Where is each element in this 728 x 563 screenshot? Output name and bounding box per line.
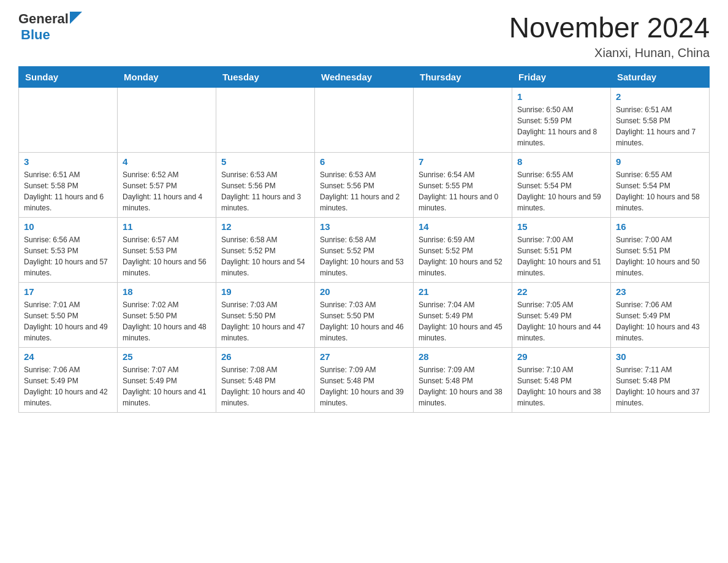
day-cell: 14Sunrise: 6:59 AM Sunset: 5:52 PM Dayli… — [414, 217, 512, 282]
day-cell — [216, 87, 315, 152]
day-cell: 11Sunrise: 6:57 AM Sunset: 5:53 PM Dayli… — [118, 217, 216, 282]
day-info: Sunrise: 6:59 AM Sunset: 5:52 PM Dayligh… — [419, 236, 502, 277]
day-number: 6 — [320, 156, 408, 167]
day-cell: 28Sunrise: 7:09 AM Sunset: 5:48 PM Dayli… — [414, 347, 512, 412]
day-cell: 20Sunrise: 7:03 AM Sunset: 5:50 PM Dayli… — [315, 282, 414, 347]
day-info: Sunrise: 6:53 AM Sunset: 5:56 PM Dayligh… — [320, 170, 400, 212]
day-number: 25 — [123, 351, 211, 362]
day-number: 18 — [123, 286, 211, 297]
day-number: 26 — [221, 351, 309, 362]
day-cell: 19Sunrise: 7:03 AM Sunset: 5:50 PM Dayli… — [216, 282, 315, 347]
week-row-1: 1Sunrise: 6:50 AM Sunset: 5:59 PM Daylig… — [19, 87, 710, 152]
day-cell: 8Sunrise: 6:55 AM Sunset: 5:54 PM Daylig… — [512, 152, 611, 217]
weekday-saturday: Saturday — [611, 66, 710, 87]
day-number: 15 — [517, 221, 605, 232]
day-number: 19 — [221, 286, 309, 297]
day-cell: 22Sunrise: 7:05 AM Sunset: 5:49 PM Dayli… — [512, 282, 611, 347]
day-info: Sunrise: 7:00 AM Sunset: 5:51 PM Dayligh… — [517, 236, 601, 277]
day-cell: 12Sunrise: 6:58 AM Sunset: 5:52 PM Dayli… — [216, 217, 315, 282]
day-number: 17 — [24, 286, 112, 297]
day-number: 3 — [24, 156, 112, 167]
day-number: 11 — [123, 221, 211, 232]
day-cell: 4Sunrise: 6:52 AM Sunset: 5:57 PM Daylig… — [118, 152, 216, 217]
weekday-header-row: SundayMondayTuesdayWednesdayThursdayFrid… — [19, 66, 710, 87]
day-number: 5 — [221, 156, 309, 167]
day-info: Sunrise: 7:11 AM Sunset: 5:48 PM Dayligh… — [616, 366, 700, 407]
day-info: Sunrise: 6:58 AM Sunset: 5:52 PM Dayligh… — [320, 236, 404, 277]
calendar-header: SundayMondayTuesdayWednesdayThursdayFrid… — [19, 66, 710, 87]
day-number: 13 — [320, 221, 408, 232]
logo: General Blue — [18, 12, 82, 43]
day-cell: 26Sunrise: 7:08 AM Sunset: 5:48 PM Dayli… — [216, 347, 315, 412]
day-number: 20 — [320, 286, 408, 297]
day-info: Sunrise: 6:55 AM Sunset: 5:54 PM Dayligh… — [616, 170, 700, 212]
weekday-wednesday: Wednesday — [315, 66, 414, 87]
day-cell: 17Sunrise: 7:01 AM Sunset: 5:50 PM Dayli… — [19, 282, 118, 347]
day-info: Sunrise: 7:08 AM Sunset: 5:48 PM Dayligh… — [221, 366, 305, 407]
logo-blue-text: Blue — [18, 27, 50, 43]
week-row-2: 3Sunrise: 6:51 AM Sunset: 5:58 PM Daylig… — [19, 152, 710, 217]
day-cell: 23Sunrise: 7:06 AM Sunset: 5:49 PM Dayli… — [611, 282, 710, 347]
day-cell: 6Sunrise: 6:53 AM Sunset: 5:56 PM Daylig… — [315, 152, 414, 217]
title-area: November 2024 Xianxi, Hunan, China — [509, 12, 710, 60]
day-cell: 3Sunrise: 6:51 AM Sunset: 5:58 PM Daylig… — [19, 152, 118, 217]
day-number: 9 — [616, 156, 704, 167]
day-info: Sunrise: 7:05 AM Sunset: 5:49 PM Dayligh… — [517, 301, 601, 342]
weekday-monday: Monday — [118, 66, 216, 87]
day-cell: 30Sunrise: 7:11 AM Sunset: 5:48 PM Dayli… — [611, 347, 710, 412]
day-cell — [315, 87, 414, 152]
day-info: Sunrise: 7:02 AM Sunset: 5:50 PM Dayligh… — [123, 301, 207, 342]
day-cell: 7Sunrise: 6:54 AM Sunset: 5:55 PM Daylig… — [414, 152, 512, 217]
day-info: Sunrise: 7:06 AM Sunset: 5:49 PM Dayligh… — [24, 366, 108, 407]
day-cell: 9Sunrise: 6:55 AM Sunset: 5:54 PM Daylig… — [611, 152, 710, 217]
calendar-body: 1Sunrise: 6:50 AM Sunset: 5:59 PM Daylig… — [19, 87, 710, 412]
day-number: 28 — [419, 351, 507, 362]
day-info: Sunrise: 6:51 AM Sunset: 5:58 PM Dayligh… — [616, 105, 696, 147]
logo-general-text: General — [18, 12, 69, 26]
day-number: 7 — [419, 156, 507, 167]
day-cell: 29Sunrise: 7:10 AM Sunset: 5:48 PM Dayli… — [512, 347, 611, 412]
day-info: Sunrise: 7:03 AM Sunset: 5:50 PM Dayligh… — [320, 301, 404, 342]
day-number: 14 — [419, 221, 507, 232]
day-info: Sunrise: 6:54 AM Sunset: 5:55 PM Dayligh… — [419, 170, 498, 212]
day-info: Sunrise: 6:55 AM Sunset: 5:54 PM Dayligh… — [517, 170, 601, 212]
day-number: 10 — [24, 221, 112, 232]
day-number: 1 — [517, 91, 605, 102]
week-row-3: 10Sunrise: 6:56 AM Sunset: 5:53 PM Dayli… — [19, 217, 710, 282]
day-number: 8 — [517, 156, 605, 167]
day-cell: 15Sunrise: 7:00 AM Sunset: 5:51 PM Dayli… — [512, 217, 611, 282]
day-number: 22 — [517, 286, 605, 297]
day-info: Sunrise: 6:56 AM Sunset: 5:53 PM Dayligh… — [24, 236, 108, 277]
day-number: 23 — [616, 286, 704, 297]
day-cell — [19, 87, 118, 152]
weekday-sunday: Sunday — [19, 66, 118, 87]
day-number: 12 — [221, 221, 309, 232]
day-info: Sunrise: 7:01 AM Sunset: 5:50 PM Dayligh… — [24, 301, 108, 342]
weekday-friday: Friday — [512, 66, 611, 87]
day-number: 21 — [419, 286, 507, 297]
day-number: 29 — [517, 351, 605, 362]
day-number: 24 — [24, 351, 112, 362]
day-number: 16 — [616, 221, 704, 232]
day-info: Sunrise: 7:00 AM Sunset: 5:51 PM Dayligh… — [616, 236, 700, 277]
logo-triangle-icon — [70, 12, 82, 24]
day-info: Sunrise: 7:03 AM Sunset: 5:50 PM Dayligh… — [221, 301, 305, 342]
day-cell: 10Sunrise: 6:56 AM Sunset: 5:53 PM Dayli… — [19, 217, 118, 282]
day-info: Sunrise: 7:07 AM Sunset: 5:49 PM Dayligh… — [123, 366, 207, 407]
day-cell: 16Sunrise: 7:00 AM Sunset: 5:51 PM Dayli… — [611, 217, 710, 282]
day-cell: 1Sunrise: 6:50 AM Sunset: 5:59 PM Daylig… — [512, 87, 611, 152]
day-cell: 5Sunrise: 6:53 AM Sunset: 5:56 PM Daylig… — [216, 152, 315, 217]
day-cell — [414, 87, 512, 152]
day-cell: 2Sunrise: 6:51 AM Sunset: 5:58 PM Daylig… — [611, 87, 710, 152]
week-row-4: 17Sunrise: 7:01 AM Sunset: 5:50 PM Dayli… — [19, 282, 710, 347]
day-info: Sunrise: 7:09 AM Sunset: 5:48 PM Dayligh… — [419, 366, 502, 407]
weekday-thursday: Thursday — [414, 66, 512, 87]
weekday-tuesday: Tuesday — [216, 66, 315, 87]
day-cell: 25Sunrise: 7:07 AM Sunset: 5:49 PM Dayli… — [118, 347, 216, 412]
day-cell: 24Sunrise: 7:06 AM Sunset: 5:49 PM Dayli… — [19, 347, 118, 412]
day-info: Sunrise: 6:57 AM Sunset: 5:53 PM Dayligh… — [123, 236, 207, 277]
day-number: 2 — [616, 91, 704, 102]
location-subtitle: Xianxi, Hunan, China — [509, 46, 710, 60]
day-info: Sunrise: 7:10 AM Sunset: 5:48 PM Dayligh… — [517, 366, 601, 407]
calendar-table: SundayMondayTuesdayWednesdayThursdayFrid… — [18, 66, 710, 413]
